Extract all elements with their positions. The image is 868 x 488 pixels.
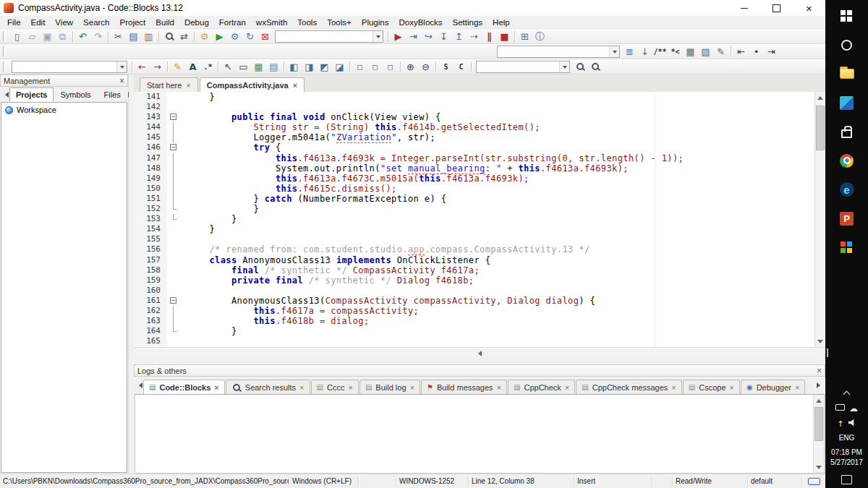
replace-icon[interactable]: ⇄ [176,30,192,43]
pinned-app-icon[interactable] [825,88,868,117]
combo-arrow-icon[interactable] [116,61,127,72]
close-logs-icon[interactable] [817,367,822,375]
editor-tab-start-here[interactable]: Start here [140,77,198,92]
scope-combo[interactable] [12,61,127,73]
menu-item-help[interactable]: Help [488,17,515,28]
logs-scrollbar-thumb[interactable] [814,407,823,441]
hidden-icons-button[interactable] [825,387,868,400]
find-icon[interactable] [161,30,176,43]
align-right-icon[interactable]: ◨ [302,60,317,74]
pointer-icon[interactable]: ↖ [221,60,236,74]
menu-item-search[interactable]: Search [78,17,114,28]
logs-scroll-down-arrow-icon[interactable] [814,462,824,473]
extract-documentation-icon[interactable]: ≣ [622,45,637,59]
language-indicator[interactable]: ENG [839,430,855,445]
abort-build-icon[interactable]: ⊠ [258,30,273,43]
log-tab-debugger[interactable]: ◉Debugger [741,380,806,394]
close-button[interactable] [793,0,825,16]
workspace-item[interactable]: Workspace [5,106,123,114]
editor-scrollbar-track[interactable] [815,103,825,336]
close-management-icon[interactable] [119,77,124,85]
save-all-icon[interactable]: ⧉ [55,30,70,43]
management-tab-projects[interactable]: Projects [9,87,54,102]
office-icon[interactable] [825,233,868,262]
menu-item-wxsmith[interactable]: wxSmith [251,17,292,28]
close-tab-icon[interactable] [497,383,501,392]
tray-arrow-icon[interactable] [837,416,843,429]
paste-icon[interactable]: ▥ [141,30,156,43]
menu-item-tools[interactable]: Tools+ [322,17,357,28]
close-tab-icon[interactable] [410,383,414,392]
line-number[interactable]: 142 [134,102,167,112]
line-number[interactable]: 146 [134,142,167,153]
start-button[interactable] [825,1,868,30]
align-bottom-icon[interactable]: ◪ [332,60,347,74]
cut-icon[interactable]: ✂ [111,30,126,43]
build-and-run-icon[interactable]: ⚙ [227,30,242,43]
open-file-icon[interactable]: ▱ [25,30,40,43]
menu-item-project[interactable]: Project [115,17,151,28]
volume-icon[interactable] [848,419,856,427]
fold-collapse-icon[interactable] [170,114,176,120]
run-html-icon[interactable]: ↓ [637,45,652,59]
log-tab-search-results[interactable]: Search results [226,380,310,394]
close-tab-icon[interactable] [730,383,734,392]
line-number[interactable]: 148 [134,163,167,174]
editor-vertical-scrollbar[interactable] [814,92,825,347]
next-instruction-icon[interactable]: ⇢ [467,30,482,43]
tab-scroll-left-icon[interactable] [1,87,9,102]
menu-item-edit[interactable]: Edit [26,17,51,28]
line-number[interactable]: 150 [134,184,167,194]
powerpoint-icon[interactable]: P [825,204,868,233]
debug-continue-icon[interactable]: ▶ [391,30,406,43]
highlight-icon[interactable]: ✎ [170,60,185,74]
statistics-icon[interactable]: S [438,60,454,74]
goto-forward-icon[interactable]: → [150,60,165,74]
doxy-help-icon[interactable]: ▧ [698,45,713,59]
box-small-1-icon[interactable]: ▫ [352,60,367,74]
run-icon[interactable]: ▶ [212,30,227,43]
line-number[interactable]: 143 [134,112,167,122]
action-center-icon[interactable] [841,475,852,484]
menu-item-view[interactable]: View [50,17,78,28]
next-line-icon[interactable]: ↪ [421,30,436,43]
step-into-icon[interactable]: ↧ [436,30,451,43]
logs-vertical-scrollbar[interactable] [813,395,824,473]
complexity-icon[interactable]: C [454,60,469,74]
keyboard-layout-indicator[interactable] [802,478,825,485]
edge-icon[interactable]: e [825,175,868,204]
box-small-3-icon[interactable]: ▫ [383,60,398,74]
menu-item-file[interactable]: File [2,17,26,28]
thumbnail-icon[interactable]: ▤ [266,60,281,74]
copy-icon[interactable]: ▤ [126,30,141,43]
line-number[interactable]: 156 [134,244,167,254]
line-number[interactable]: 163 [134,316,167,326]
incremental-search-icon[interactable] [572,60,587,74]
maximize-button[interactable] [760,0,793,16]
rebuild-icon[interactable]: ↻ [242,30,258,43]
code-lines[interactable]: 141 }142143 public final void onClick(Vi… [134,92,814,347]
toolbar-grip[interactable] [3,31,6,41]
box-small-2-icon[interactable]: ▫ [367,60,383,74]
search-options-icon[interactable] [587,60,603,74]
line-comment-icon[interactable]: *< [668,45,683,59]
build-icon[interactable]: ⚙ [197,30,212,43]
fold-collapse-icon[interactable] [170,144,176,150]
line-number[interactable]: 147 [134,153,167,163]
close-tab-icon[interactable] [565,383,569,392]
combo-arrow-icon[interactable] [609,46,619,57]
menu-item-settings[interactable]: Settings [448,17,488,28]
line-number[interactable]: 154 [134,224,167,234]
debugging-windows-icon[interactable]: ⊞ [517,30,532,43]
close-tab-icon[interactable] [671,383,676,392]
line-number[interactable]: 144 [134,122,167,132]
toolbar-grip[interactable] [3,46,6,56]
file-explorer-icon[interactable] [825,59,868,88]
line-number[interactable]: 145 [134,132,167,142]
line-number[interactable]: 141 [134,92,167,102]
combo-arrow-icon[interactable] [559,61,569,72]
store-icon[interactable] [825,117,868,146]
line-number[interactable]: 162 [134,306,167,316]
toolbar-grip[interactable] [3,61,6,72]
fold-column-cell[interactable] [167,296,179,306]
